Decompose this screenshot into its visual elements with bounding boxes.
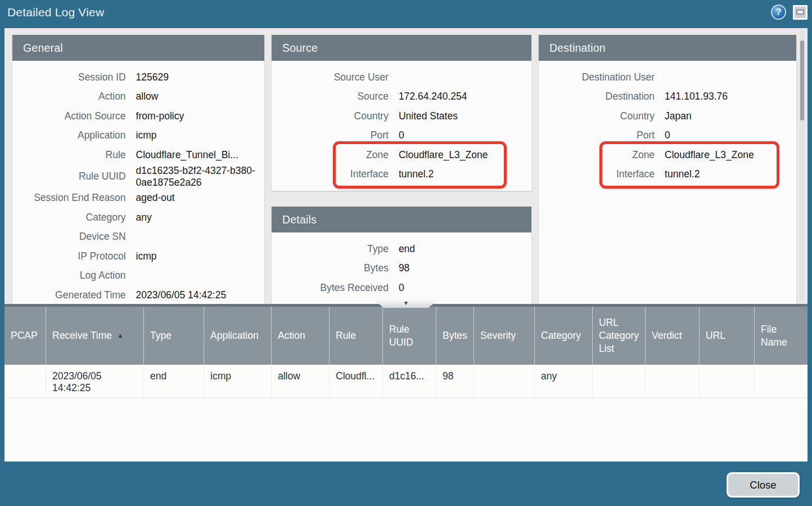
field-label: Rule UUID	[12, 171, 126, 182]
table-cell-url-category-list	[592, 365, 645, 397]
column-header-label: Receive Time	[52, 329, 112, 342]
column-header-type[interactable]: Type	[143, 307, 204, 365]
field-row-zone: ZoneCloudflare_L3_Zone	[539, 145, 796, 165]
field-value: 98	[389, 262, 531, 274]
table-cell-pcap	[4, 365, 46, 397]
column-header-rule-uuid[interactable]: Rule UUID	[382, 307, 436, 365]
table-row[interactable]: 2023/06/05 14:42:25endicmpallowCloudfl..…	[4, 365, 808, 398]
sort-ascending-icon: ▲	[117, 332, 124, 341]
restore-window-icon[interactable]	[793, 5, 808, 20]
panel-source-body: Source UserSource172.64.240.254CountryUn…	[272, 61, 531, 191]
field-row-generated-time: Generated Time2023/06/05 14:42:25	[12, 285, 264, 304]
field-row-action: Actionallow	[12, 87, 264, 107]
table-cell-type: end	[143, 365, 204, 397]
column-header-url-category-list[interactable]: URL Category List	[592, 307, 645, 365]
field-row-destination-user: Destination User	[539, 68, 796, 87]
chevron-down-icon: ▼	[373, 299, 439, 307]
field-value: tunnel.2	[655, 168, 796, 180]
field-label: Zone	[272, 149, 389, 161]
field-value: 0	[389, 129, 531, 141]
field-value: 125629	[126, 71, 264, 83]
table-cell-url	[699, 365, 754, 397]
column-header-file-name[interactable]: File Name	[754, 307, 808, 365]
panel-source-header: Source	[272, 35, 531, 61]
column-header-label: Application	[210, 329, 259, 342]
panel-general-body: Session ID125629ActionallowAction Source…	[12, 61, 264, 304]
table-cell-application: icmp	[204, 365, 271, 397]
field-row-session-end-reason: Session End Reasonaged-out	[12, 189, 264, 208]
column-header-application[interactable]: Application	[204, 307, 271, 365]
field-row-interface: Interfacetunnel.2	[539, 165, 796, 185]
panel-details: Details TypeendBytes98Bytes Received0	[272, 207, 531, 304]
panel-general: General Session ID125629ActionallowActio…	[12, 35, 264, 304]
table-cell-bytes: 98	[436, 365, 473, 397]
panel-details-header: Details	[272, 207, 531, 232]
detailed-log-view-dialog: { "window": { "title": "Detailed Log Vie…	[0, 0, 812, 506]
field-row-session-id: Session ID125629	[12, 68, 264, 87]
panel-general-header: General	[12, 35, 264, 61]
field-row-country: CountryJapan	[539, 106, 796, 126]
log-detail-section: General Session ID125629ActionallowActio…	[4, 28, 808, 304]
field-label: Source User	[272, 71, 389, 83]
column-header-pcap[interactable]: PCAP	[4, 307, 46, 365]
field-value: aged-out	[126, 192, 264, 204]
field-row-interface: Interfacetunnel.2	[272, 165, 531, 185]
field-label: Rule	[12, 149, 126, 161]
field-row-type: Typeend	[272, 239, 531, 259]
close-button[interactable]: Close	[727, 472, 800, 498]
table-cell-action: allow	[271, 365, 329, 397]
field-row-port: Port0	[539, 126, 796, 146]
column-header-label: Rule UUID	[389, 323, 432, 349]
field-label: Destination	[539, 91, 655, 102]
field-value: 0	[655, 129, 796, 141]
vertical-scrollbar-thumb[interactable]	[800, 41, 804, 120]
field-label: Type	[272, 243, 389, 255]
field-row-category: Categoryany	[12, 208, 264, 227]
field-label: Generated Time	[12, 289, 126, 301]
page-title: Detailed Log View	[0, 6, 104, 19]
column-header-severity[interactable]: Severity	[473, 307, 534, 365]
column-header-verdict[interactable]: Verdict	[645, 307, 699, 365]
field-label: Zone	[539, 149, 655, 161]
field-value: 2023/06/05 14:42:25	[126, 289, 264, 301]
field-label: Bytes	[272, 262, 389, 274]
field-label: Bytes Received	[272, 282, 389, 294]
help-icon[interactable]: ?	[771, 5, 786, 20]
field-value: end	[389, 243, 531, 255]
column-header-action[interactable]: Action	[271, 307, 329, 365]
panel-destination-header: Destination	[539, 35, 796, 61]
field-label: Session ID	[12, 71, 126, 83]
field-value: United States	[389, 110, 531, 122]
panel-destination-body: Destination UserDestination141.101.93.76…	[539, 61, 796, 304]
table-cell-file-name	[754, 365, 808, 397]
field-value: 0	[389, 282, 531, 294]
field-row-rule-uuid: Rule UUIDd1c16235-b2f2-4327-b380-0ae1875…	[12, 165, 264, 189]
collapse-handle[interactable]: ▼	[373, 299, 439, 308]
field-label: Interface	[539, 168, 655, 180]
field-row-destination: Destination141.101.93.76	[539, 87, 796, 107]
field-label: Category	[12, 212, 126, 223]
table-cell-rule: Cloudfl...	[329, 365, 382, 397]
column-middle: Source Source UserSource172.64.240.254Co…	[272, 35, 531, 304]
column-header-rule[interactable]: Rule	[329, 307, 382, 365]
column-header-label: Category	[541, 329, 581, 342]
column-header-url[interactable]: URL	[699, 307, 754, 365]
table-header-row: PCAPReceive Time▲TypeApplicationActionRu…	[4, 307, 808, 365]
column-header-bytes[interactable]: Bytes	[436, 307, 473, 365]
table-cell-rule-uuid: d1c16...	[382, 365, 436, 397]
source-rows: Source UserSource172.64.240.254CountryUn…	[272, 68, 531, 184]
field-value: Cloudflare_L3_Zone	[655, 149, 796, 161]
field-label: Action	[12, 91, 126, 102]
column-header-category[interactable]: Category	[534, 307, 592, 365]
panel-columns: General Session ID125629ActionallowActio…	[4, 28, 808, 304]
field-row-source-user: Source User	[272, 68, 531, 87]
field-value: 172.64.240.254	[389, 91, 531, 102]
column-header-receive-time[interactable]: Receive Time▲	[46, 307, 143, 365]
footer-bar: Close	[0, 462, 812, 506]
table-cell-severity	[473, 365, 534, 397]
field-label: Port	[539, 129, 655, 141]
table-body: 2023/06/05 14:42:25endicmpallowCloudfl..…	[4, 365, 808, 398]
destination-rows: Destination UserDestination141.101.93.76…	[539, 68, 796, 184]
field-row-source: Source172.64.240.254	[272, 87, 531, 107]
table-cell-category: any	[534, 365, 592, 397]
